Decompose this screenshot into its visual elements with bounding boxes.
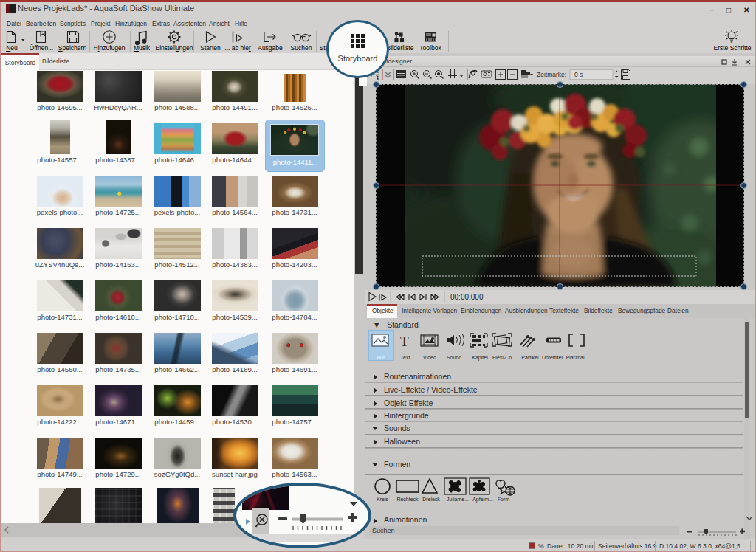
svg-text:Zeitmarke:: Zeitmarke:	[537, 71, 566, 78]
svg-text:00:00.000: 00:00.000	[450, 293, 484, 301]
svg-text:T: T	[400, 334, 409, 349]
svg-text:0 s: 0 s	[574, 71, 583, 78]
